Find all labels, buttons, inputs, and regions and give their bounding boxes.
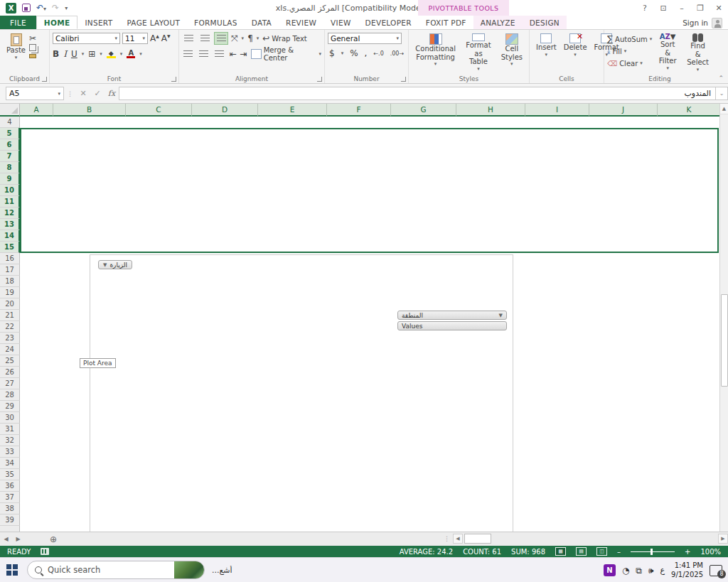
row-header-4[interactable]: 4 — [0, 117, 20, 128]
cancel-formula-icon[interactable]: ✕ — [76, 89, 90, 98]
pivot-chart[interactable]: الزيارة▼ المنطقة▼ Values — [90, 254, 513, 532]
insert-cells-button[interactable]: Insert▾ — [532, 32, 560, 73]
help-button[interactable]: ? — [636, 0, 654, 16]
row-header-13[interactable]: 13 — [0, 219, 20, 230]
row-header-7[interactable]: 7 — [0, 151, 20, 162]
row-header-partial[interactable] — [0, 526, 20, 532]
row-header-6[interactable]: 6 — [0, 139, 20, 151]
clipboard-dialog-launcher[interactable] — [42, 77, 47, 82]
start-button[interactable] — [0, 558, 24, 582]
bold-button[interactable]: B — [53, 49, 59, 59]
row-header-10[interactable]: 10 — [0, 185, 20, 196]
row-header-26[interactable]: 26 — [0, 367, 20, 378]
column-header-A[interactable]: A — [20, 104, 53, 117]
tab-design[interactable]: DESIGN — [523, 16, 567, 29]
volume-icon[interactable]: 🕪 — [648, 566, 654, 576]
tab-foxit-pdf[interactable]: FOXIT PDF — [419, 16, 473, 29]
row-header-15[interactable]: 15 — [0, 242, 20, 253]
clear-button[interactable]: ⌫Clear▾ — [607, 58, 652, 69]
row-header-27[interactable]: 27 — [0, 378, 20, 389]
enter-formula-icon[interactable]: ✓ — [90, 89, 105, 98]
redo-button[interactable]: ↷ — [52, 3, 59, 13]
chart-filter-field-button[interactable]: الزيارة▼ — [98, 260, 132, 269]
row-header-30[interactable]: 30 — [0, 412, 20, 424]
row-header-31[interactable]: 31 — [0, 424, 20, 435]
align-center-icon[interactable] — [198, 48, 210, 60]
macro-record-icon[interactable] — [41, 548, 49, 555]
alignment-dialog-launcher[interactable] — [317, 77, 322, 82]
column-header-I[interactable]: I — [525, 104, 589, 117]
copy-icon[interactable] — [29, 44, 36, 51]
chart-values-button[interactable]: Values — [397, 321, 507, 330]
row-header-12[interactable]: 12 — [0, 208, 20, 219]
zoom-in-icon[interactable]: + — [685, 548, 690, 556]
name-box[interactable]: A5▾ — [6, 87, 64, 100]
shrink-font-icon[interactable]: A▼ — [161, 33, 171, 43]
close-button[interactable]: ✕ — [710, 0, 728, 16]
conditional-formatting-button[interactable]: Conditional Formatting▾ — [412, 32, 459, 73]
top-align-icon[interactable] — [182, 33, 195, 44]
cortana-icon[interactable]: ◔ — [622, 566, 629, 576]
row-header-36[interactable]: 36 — [0, 480, 20, 492]
comma-style-icon[interactable]: , — [365, 48, 368, 58]
tab-analyze[interactable]: ANALYZE — [473, 16, 523, 29]
row-header-20[interactable]: 20 — [0, 298, 20, 310]
restore-button[interactable]: ❐ — [691, 0, 710, 16]
tab-home[interactable]: HOME — [36, 16, 78, 29]
delete-cells-button[interactable]: ✕ Delete▾ — [560, 32, 591, 73]
format-painter-icon[interactable] — [29, 54, 36, 58]
language-indicator[interactable]: ع — [660, 566, 665, 575]
row-header-24[interactable]: 24 — [0, 344, 20, 355]
accounting-format-icon[interactable]: $ — [329, 48, 335, 58]
row-header-29[interactable]: 29 — [0, 401, 20, 412]
cell-styles-button[interactable]: Cell Styles▾ — [498, 32, 526, 73]
increase-decimal-icon[interactable]: ←.0 — [373, 50, 383, 57]
underline-button[interactable]: U — [71, 49, 77, 59]
zoom-slider-thumb[interactable] — [651, 549, 653, 555]
row-header-14[interactable]: 14 — [0, 230, 20, 242]
new-sheet-icon[interactable]: ⊕ — [46, 532, 61, 546]
column-header-F[interactable]: F — [327, 104, 391, 117]
orientation-icon[interactable]: ⤧ — [231, 33, 238, 43]
font-name-select[interactable]: Calibri▾ — [53, 33, 120, 44]
autosum-button[interactable]: ∑AutoSum▾ — [607, 33, 652, 45]
decrease-indent-icon[interactable]: ⇤ — [229, 49, 236, 59]
row-header-38[interactable]: 38 — [0, 503, 20, 514]
tab-data[interactable]: DATA — [245, 16, 279, 29]
italic-button[interactable]: I — [63, 49, 67, 59]
network-icon[interactable]: ⧉ — [636, 566, 642, 576]
sheet-nav-right-icon[interactable]: ▶ — [12, 532, 24, 546]
row-header-39[interactable]: 39 — [0, 514, 20, 526]
zoom-level[interactable]: 100% — [700, 548, 721, 556]
select-all-corner[interactable] — [0, 104, 20, 117]
font-color-icon[interactable]: A — [127, 50, 135, 58]
row-header-23[interactable]: 23 — [0, 333, 20, 344]
scroll-right-icon[interactable]: ▶ — [718, 534, 728, 544]
fill-button[interactable]: ⤓Fill▾ — [607, 45, 652, 57]
sign-in[interactable]: Sign in — [682, 16, 722, 30]
row-header-37[interactable]: 37 — [0, 492, 20, 503]
row-header-25[interactable]: 25 — [0, 355, 20, 367]
taskbar-search[interactable]: Quick search — [27, 561, 205, 579]
insert-function-icon[interactable]: fx — [105, 89, 119, 98]
number-format-select[interactable]: General▾ — [328, 33, 402, 44]
expand-formula-bar-icon[interactable]: ⌄ — [715, 87, 728, 100]
decrease-decimal-icon[interactable]: .00→ — [390, 50, 404, 57]
row-header-18[interactable]: 18 — [0, 276, 20, 287]
zoom-out-icon[interactable]: – — [617, 548, 621, 556]
tab-insert[interactable]: INSERT — [77, 16, 119, 29]
row-header-5[interactable]: 5 — [0, 128, 20, 139]
minimize-button[interactable]: – — [673, 0, 691, 16]
grow-font-icon[interactable]: A▲ — [150, 33, 159, 43]
vertical-scroll-thumb[interactable] — [721, 294, 728, 387]
wrap-text-button[interactable]: ↩Wrap Text — [262, 33, 307, 43]
vertical-scrollbar[interactable]: ▲ — [719, 104, 728, 532]
page-layout-view-icon[interactable]: ▤ — [576, 547, 587, 556]
borders-icon[interactable]: ⊞ — [88, 49, 95, 59]
chart-axis-field-button[interactable]: المنطقة▼ — [397, 311, 507, 320]
format-as-table-button[interactable]: Format as Table▾ — [461, 32, 496, 73]
column-header-D[interactable]: D — [192, 104, 258, 117]
find-select-button[interactable]: Find & Select▾ — [683, 32, 712, 73]
column-header-G[interactable]: G — [391, 104, 456, 117]
row-header-11[interactable]: 11 — [0, 196, 20, 208]
